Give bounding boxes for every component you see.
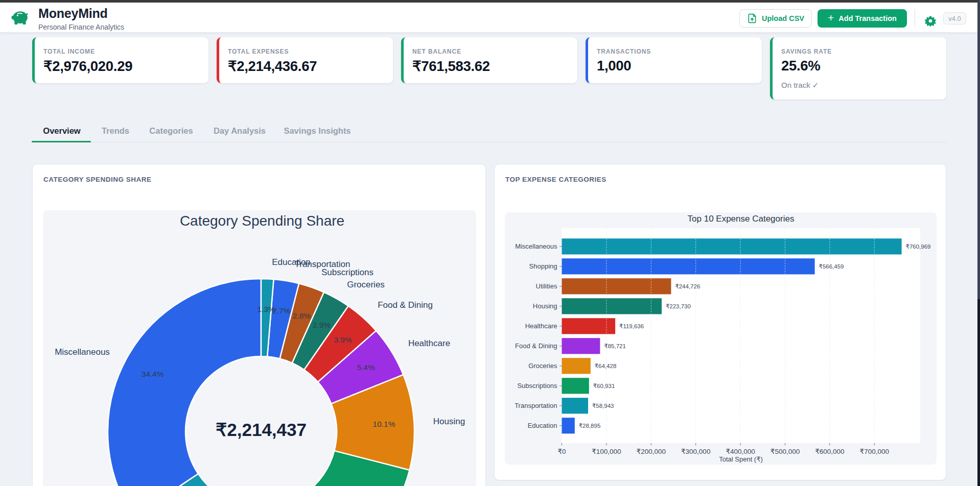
svg-text:Utilities: Utilities bbox=[536, 282, 557, 290]
svg-text:₹244,726: ₹244,726 bbox=[675, 283, 700, 289]
svg-text:2.9%: 2.9% bbox=[313, 321, 331, 329]
svg-text:₹566,459: ₹566,459 bbox=[819, 263, 844, 270]
svg-text:Subscriptions: Subscriptions bbox=[517, 382, 557, 390]
svg-text:Miscellaneous: Miscellaneous bbox=[515, 242, 557, 250]
svg-text:₹85,721: ₹85,721 bbox=[604, 343, 626, 349]
svg-text:Housing: Housing bbox=[533, 302, 557, 310]
svg-text:Groceries: Groceries bbox=[528, 362, 557, 370]
svg-text:₹400,000: ₹400,000 bbox=[726, 448, 755, 455]
svg-text:₹700,000: ₹700,000 bbox=[860, 448, 889, 455]
svg-text:Housing: Housing bbox=[433, 417, 465, 426]
svg-text:₹100,000: ₹100,000 bbox=[592, 448, 621, 455]
svg-text:1.3%: 1.3% bbox=[257, 305, 275, 313]
svg-text:Shopping: Shopping bbox=[529, 262, 557, 270]
svg-text:₹60,931: ₹60,931 bbox=[593, 383, 615, 389]
svg-text:₹600,000: ₹600,000 bbox=[815, 448, 844, 455]
svg-text:5.4%: 5.4% bbox=[357, 363, 375, 372]
svg-text:Top 10 Expense Categories: Top 10 Expense Categories bbox=[688, 214, 795, 224]
svg-text:10.1%: 10.1% bbox=[373, 420, 395, 428]
svg-text:₹0: ₹0 bbox=[557, 448, 566, 455]
svg-text:₹2,214,437: ₹2,214,437 bbox=[216, 420, 307, 440]
svg-text:₹64,428: ₹64,428 bbox=[595, 363, 617, 369]
svg-text:₹58,943: ₹58,943 bbox=[592, 403, 614, 409]
svg-text:Category Spending Share: Category Spending Share bbox=[180, 213, 344, 229]
svg-text:Miscellaneous: Miscellaneous bbox=[55, 347, 110, 357]
svg-text:₹223,730: ₹223,730 bbox=[666, 303, 691, 309]
svg-text:34.4%: 34.4% bbox=[142, 370, 164, 378]
svg-text:₹500,000: ₹500,000 bbox=[771, 448, 800, 455]
svg-text:Education: Education bbox=[528, 422, 557, 429]
svg-text:Groceries: Groceries bbox=[347, 280, 385, 289]
svg-text:Food & Dining: Food & Dining bbox=[515, 342, 557, 350]
svg-text:3.9%: 3.9% bbox=[334, 335, 352, 344]
svg-text:₹300,000: ₹300,000 bbox=[681, 448, 710, 455]
svg-text:₹119,636: ₹119,636 bbox=[619, 323, 644, 329]
svg-text:₹200,000: ₹200,000 bbox=[637, 448, 666, 455]
svg-text:Healthcare: Healthcare bbox=[525, 322, 557, 330]
svg-text:2.8%: 2.8% bbox=[293, 311, 311, 320]
svg-text:Food & Dining: Food & Dining bbox=[378, 300, 433, 310]
svg-text:₹760,969: ₹760,969 bbox=[906, 244, 931, 250]
svg-text:Total Spent (₹): Total Spent (₹) bbox=[719, 455, 763, 463]
svg-text:Transportation: Transportation bbox=[515, 402, 557, 409]
svg-text:Subscriptions: Subscriptions bbox=[321, 268, 374, 277]
svg-text:₹28,895: ₹28,895 bbox=[579, 423, 601, 429]
svg-text:Healthcare: Healthcare bbox=[408, 338, 450, 348]
